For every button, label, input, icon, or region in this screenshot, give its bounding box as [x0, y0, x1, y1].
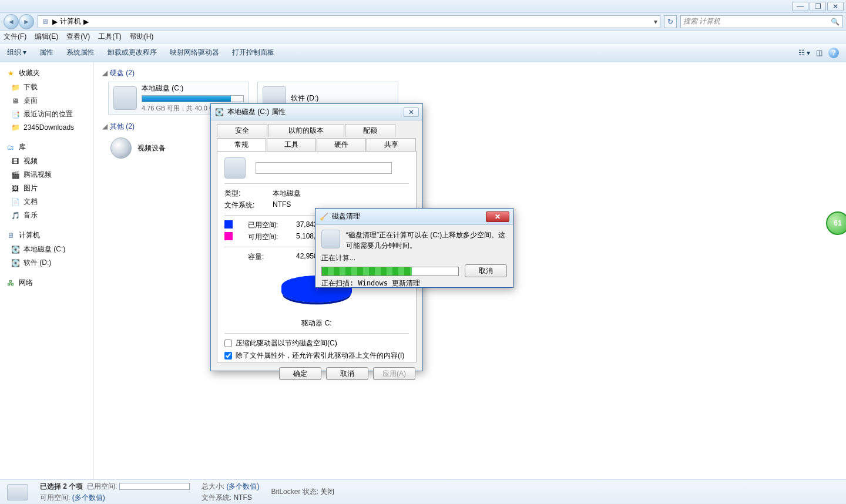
- type-label: 类型:: [224, 189, 261, 199]
- search-input[interactable]: 搜索 计算机 🔍: [680, 15, 842, 28]
- maximize-button[interactable]: ❐: [810, 2, 826, 11]
- cleanup-scan-line: 正在扫描: Windows 更新清理: [321, 278, 507, 288]
- properties-ok-button[interactable]: 确定: [279, 367, 321, 380]
- device-camera-label: 视频设备: [137, 143, 166, 153]
- category-hdd[interactable]: ◢硬盘 (2): [100, 66, 840, 80]
- volume-name-input[interactable]: [256, 162, 392, 174]
- status-bitlocker-label: BitLocker 状态:: [271, 488, 318, 496]
- sidebar-item-documents[interactable]: 📄文档: [0, 195, 93, 209]
- menu-file[interactable]: 文件(F): [4, 32, 26, 42]
- view-mode-icon[interactable]: ☷ ▾: [798, 49, 810, 57]
- disk-icon: [113, 86, 137, 110]
- minimize-button[interactable]: —: [792, 2, 808, 11]
- device-camera[interactable]: 视频设备: [108, 135, 168, 161]
- tab-sharing[interactable]: 共享: [367, 138, 416, 151]
- refresh-button[interactable]: ↻: [664, 15, 677, 28]
- menu-tools[interactable]: 工具(T): [98, 32, 121, 42]
- preview-pane-icon[interactable]: ◫: [816, 49, 822, 57]
- sidebar-item-desktop[interactable]: 🖥桌面: [0, 94, 93, 107]
- collapse-icon: ◢: [102, 122, 108, 130]
- free-label: 可用空间:: [248, 232, 284, 242]
- floating-badge[interactable]: 61: [826, 211, 846, 235]
- compress-checkbox[interactable]: 压缩此驱动器以节约磁盘空间(C): [224, 338, 409, 348]
- sidebar-item-2345downloads[interactable]: 📁2345Downloads: [0, 121, 93, 134]
- sidebar-item-music[interactable]: 🎵音乐: [0, 209, 93, 222]
- sidebar-item-downloads[interactable]: 📁下载: [0, 80, 93, 94]
- cleanup-calculating-label: 正在计算...: [321, 253, 507, 263]
- tb-properties[interactable]: 属性: [39, 48, 53, 58]
- fs-label: 文件系统:: [224, 200, 261, 210]
- sidebar-item-c-drive[interactable]: 💽本地磁盘 (C:): [0, 243, 93, 256]
- status-bitlocker-value: 关闭: [320, 488, 334, 496]
- address-dropdown-icon[interactable]: ▾: [654, 18, 657, 26]
- sidebar-item-videos[interactable]: 🎞视频: [0, 154, 93, 168]
- menu-edit[interactable]: 编辑(E): [35, 32, 58, 42]
- tab-general[interactable]: 常规: [217, 138, 266, 151]
- tab-quota[interactable]: 配额: [345, 124, 395, 137]
- camera-icon: [110, 137, 132, 159]
- sidebar-item-computer[interactable]: 🖥计算机: [0, 228, 93, 243]
- drive-c-usage-bar: [142, 95, 244, 102]
- sidebar-item-network[interactable]: 🖧网络: [0, 275, 93, 290]
- menu-help[interactable]: 帮助(H): [130, 32, 154, 42]
- cleanup-titlebar[interactable]: 🧹 磁盘清理 ✕: [315, 209, 513, 225]
- computer-icon: 🖥: [6, 231, 15, 240]
- network-icon: 🖧: [6, 278, 15, 288]
- menu-view[interactable]: 查看(V): [66, 32, 90, 42]
- tb-map-drive[interactable]: 映射网络驱动器: [170, 48, 219, 58]
- sidebar-item-pictures[interactable]: 🖼图片: [0, 182, 93, 195]
- breadcrumb-root[interactable]: 计算机: [60, 16, 81, 26]
- status-totalsize-label: 总大小:: [202, 482, 224, 490]
- search-placeholder: 搜索 计算机: [683, 16, 720, 26]
- video-icon: 🎬: [11, 170, 20, 180]
- status-filesystem-value: NTFS: [233, 493, 251, 502]
- search-icon: 🔍: [831, 18, 840, 26]
- nav-forward-button[interactable]: ►: [19, 14, 34, 29]
- status-selection: 已选择 2 个项: [40, 482, 83, 490]
- index-checkbox[interactable]: 除了文件属性外，还允许索引此驱动器上文件的内容(I): [224, 351, 409, 361]
- sidebar-item-tencent[interactable]: 🎬腾讯视频: [0, 168, 93, 182]
- address-bar[interactable]: 🖥 ▶ 计算机 ▶ ▾: [38, 15, 660, 28]
- tb-uninstall[interactable]: 卸载或更改程序: [108, 48, 157, 58]
- window-titlebar: — ❐ ✕: [0, 0, 846, 13]
- properties-apply-button[interactable]: 应用(A): [373, 367, 415, 380]
- disk-icon: 💽: [11, 245, 20, 254]
- status-filesystem-label: 文件系统:: [202, 493, 231, 502]
- properties-close-button[interactable]: ✕: [404, 107, 419, 117]
- star-icon: ★: [6, 69, 15, 78]
- drive-c-name: 本地磁盘 (C:): [142, 83, 244, 93]
- disk-icon: 💽: [11, 258, 20, 268]
- music-icon: 🎵: [11, 211, 20, 220]
- status-bar: 已选择 2 个项 已用空间: 可用空间: (多个数值) 总大小: (多个数值) …: [0, 479, 846, 504]
- cleanup-body-icon: [321, 230, 340, 248]
- properties-cancel-button[interactable]: 取消: [326, 367, 368, 380]
- disk-cleanup-dialog: 🧹 磁盘清理 ✕ “磁盘清理”正在计算可以在 (C:)上释放多少空间。这可能需要…: [315, 208, 513, 288]
- sidebar-item-recent[interactable]: 📑最近访问的位置: [0, 107, 93, 121]
- tb-system-properties[interactable]: 系统属性: [66, 48, 95, 58]
- close-button[interactable]: ✕: [827, 2, 844, 11]
- nav-back-button[interactable]: ◄: [4, 14, 19, 29]
- toolbar: 组织 ▾ 属性 系统属性 卸载或更改程序 映射网络驱动器 打开控制面板 ☷ ▾ …: [0, 43, 846, 62]
- sidebar-item-d-drive[interactable]: 💽软件 (D:): [0, 256, 93, 270]
- cleanup-cancel-button[interactable]: 取消: [465, 264, 507, 277]
- properties-tabs: 安全 以前的版本 配额 常规 工具 硬件 共享: [211, 120, 422, 151]
- properties-titlebar[interactable]: 💽 本地磁盘 (C:) 属性 ✕: [211, 104, 422, 120]
- tab-security[interactable]: 安全: [217, 124, 267, 137]
- address-row: ◄ ► 🖥 ▶ 计算机 ▶ ▾ ↻ 搜索 计算机 🔍: [0, 13, 846, 31]
- cleanup-close-button[interactable]: ✕: [486, 211, 509, 222]
- desktop-icon: 🖥: [11, 96, 20, 106]
- recent-icon: 📑: [11, 110, 20, 119]
- sidebar-group-libraries[interactable]: 🗂库: [0, 140, 93, 154]
- tb-organize[interactable]: 组织 ▾: [7, 48, 26, 58]
- folder-icon: 📁: [11, 123, 20, 132]
- used-label: 已用空间:: [248, 220, 284, 230]
- tab-tools[interactable]: 工具: [267, 138, 316, 151]
- capacity-label: 容量:: [248, 252, 284, 262]
- sidebar-group-favorites[interactable]: ★收藏夹: [0, 66, 93, 80]
- tab-previous-versions[interactable]: 以前的版本: [268, 124, 344, 137]
- help-icon[interactable]: ?: [828, 48, 839, 58]
- status-used-label: 已用空间:: [87, 482, 117, 490]
- tb-control-panel[interactable]: 打开控制面板: [232, 48, 274, 58]
- tab-hardware[interactable]: 硬件: [317, 138, 366, 151]
- free-swatch: [224, 232, 233, 240]
